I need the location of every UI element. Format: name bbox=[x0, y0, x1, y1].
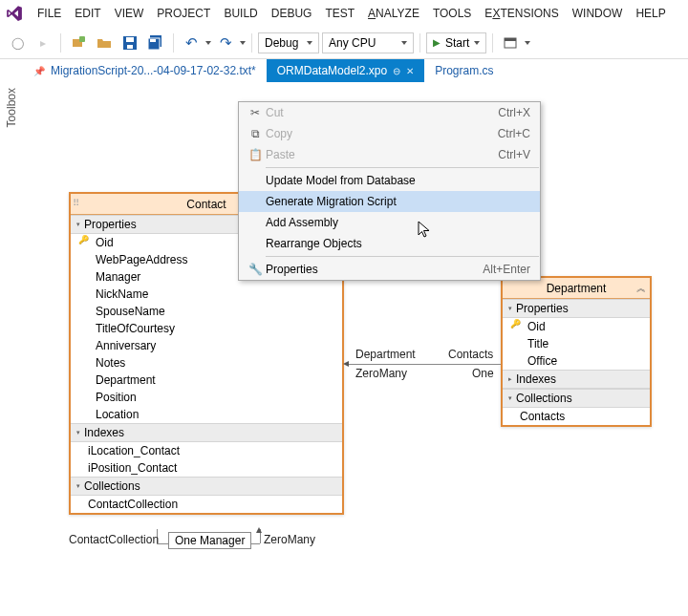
entity-header[interactable]: Department ︽ bbox=[503, 278, 650, 299]
section-properties[interactable]: ▾Properties bbox=[503, 299, 650, 318]
svg-rect-4 bbox=[127, 45, 133, 49]
menu-build[interactable]: BUILD bbox=[217, 3, 264, 24]
toolbar: ◯ ▸ ↶ ↷ Debug Any CPU ▶Start bbox=[0, 27, 688, 59]
property-item[interactable]: SpouseName bbox=[71, 303, 342, 320]
menu-analyze[interactable]: ANALYZE bbox=[361, 3, 426, 24]
arrow-icon: ◂ bbox=[343, 356, 349, 370]
collapse-icon: ▾ bbox=[76, 221, 80, 228]
close-icon[interactable]: ✕ bbox=[406, 66, 414, 76]
menu-tools[interactable]: TOOLS bbox=[426, 3, 478, 24]
property-item[interactable]: TitleOfCourtesy bbox=[71, 320, 342, 337]
menu-help[interactable]: HELP bbox=[629, 3, 672, 24]
ctx-properties[interactable]: 🔧PropertiesAlt+Enter bbox=[239, 259, 540, 280]
property-item[interactable]: Notes bbox=[71, 354, 342, 372]
chevron-up-icon[interactable]: ︽ bbox=[636, 282, 646, 295]
ctx-cut: ✂CutCtrl+X bbox=[239, 102, 540, 123]
menu-file[interactable]: FILE bbox=[31, 3, 68, 24]
menu-view[interactable]: VIEW bbox=[108, 3, 151, 24]
platform-dropdown[interactable]: Any CPU bbox=[322, 32, 414, 53]
property-item[interactable]: Department bbox=[71, 372, 342, 389]
section-collections[interactable]: ▾Collections bbox=[71, 477, 342, 496]
open-button[interactable] bbox=[93, 32, 116, 54]
drag-handle-icon[interactable]: ⠿ bbox=[73, 198, 77, 208]
separator bbox=[419, 33, 420, 53]
menu-window[interactable]: WINDOW bbox=[566, 3, 630, 24]
toolbox-panel-tab[interactable]: Toolbox bbox=[3, 84, 20, 131]
arrow-icon: ▴ bbox=[256, 522, 262, 536]
index-item[interactable]: iLocation_Contact bbox=[71, 442, 342, 459]
ctx-generate-migration[interactable]: Generate Migration Script bbox=[239, 191, 540, 212]
relation-label: Contacts bbox=[448, 348, 493, 361]
separator bbox=[492, 33, 493, 53]
index-item[interactable]: iPosition_Contact bbox=[71, 459, 342, 477]
separator bbox=[173, 33, 174, 53]
config-dropdown[interactable]: Debug bbox=[258, 32, 319, 53]
section-indexes[interactable]: ▸Indexes bbox=[503, 370, 650, 389]
entity-department[interactable]: Department ︽ ▾Properties Oid Title Offic… bbox=[501, 276, 652, 427]
menu-extensions[interactable]: EXTENSIONS bbox=[478, 3, 565, 24]
design-canvas[interactable]: ⠿ Contact ︽ ▾Properties Oid WebPageAddre… bbox=[23, 84, 688, 616]
collapse-icon: ▾ bbox=[508, 394, 512, 402]
svg-rect-7 bbox=[150, 39, 156, 42]
save-all-button[interactable] bbox=[144, 32, 167, 54]
menu-test[interactable]: TEST bbox=[318, 3, 361, 24]
new-project-button[interactable] bbox=[67, 32, 90, 54]
section-indexes[interactable]: ▾Indexes bbox=[71, 423, 342, 442]
property-item[interactable]: Anniversary bbox=[71, 337, 342, 354]
undo-dropdown[interactable] bbox=[205, 41, 211, 45]
save-button[interactable] bbox=[118, 32, 141, 54]
collection-item[interactable]: Contacts bbox=[503, 408, 650, 425]
start-button[interactable]: ▶Start bbox=[426, 32, 486, 53]
property-item[interactable]: Location bbox=[71, 406, 342, 423]
relation-multiplicity: One bbox=[472, 367, 494, 380]
property-item[interactable]: Position bbox=[71, 389, 342, 406]
tab-orm-data-model[interactable]: ORMDataModel2.xpo ⊖ ✕ bbox=[267, 59, 424, 82]
ctx-update-model[interactable]: Update Model from Database bbox=[239, 170, 540, 191]
pin-icon[interactable]: 📌 bbox=[33, 66, 45, 76]
separator bbox=[266, 256, 539, 257]
svg-rect-3 bbox=[126, 37, 134, 42]
ctx-copy: ⧉CopyCtrl+C bbox=[239, 123, 540, 144]
collection-item[interactable]: ContactCollection bbox=[71, 496, 342, 513]
browser-dropdown[interactable] bbox=[525, 41, 530, 45]
cut-icon: ✂ bbox=[245, 106, 266, 119]
tab-program-cs[interactable]: Program.cs bbox=[424, 59, 504, 82]
property-item[interactable]: Office bbox=[503, 352, 650, 370]
ctx-add-assembly[interactable]: Add Assembly bbox=[239, 212, 540, 233]
collapse-icon: ▾ bbox=[508, 305, 512, 312]
ctx-rearrange[interactable]: Rearrange Objects bbox=[239, 233, 540, 254]
separator bbox=[266, 167, 539, 168]
pin-icon[interactable]: ⊖ bbox=[393, 66, 400, 76]
menu-project[interactable]: PROJECT bbox=[150, 3, 217, 24]
context-menu: ✂CutCtrl+X ⧉CopyCtrl+C 📋PasteCtrl+V Upda… bbox=[238, 101, 541, 281]
tab-migration-script[interactable]: 📌 MigrationScript-20...-04-09-17-02-32.t… bbox=[23, 59, 267, 82]
nav-fwd-button[interactable]: ▸ bbox=[32, 32, 54, 54]
menu-edit[interactable]: EDIT bbox=[68, 3, 107, 24]
property-item[interactable]: NickName bbox=[71, 286, 342, 303]
redo-button[interactable]: ↷ bbox=[214, 32, 237, 54]
nav-back-button[interactable]: ◯ bbox=[6, 32, 29, 54]
menu-bar: FILE EDIT VIEW PROJECT BUILD DEBUG TEST … bbox=[0, 0, 688, 27]
paste-icon: 📋 bbox=[245, 148, 266, 161]
browser-select-button[interactable] bbox=[499, 32, 522, 54]
relationship-line bbox=[346, 364, 501, 365]
collapse-icon: ▾ bbox=[76, 429, 80, 436]
entity-title: Department bbox=[547, 282, 607, 295]
redo-dropdown[interactable] bbox=[240, 41, 246, 45]
menu-debug[interactable]: DEBUG bbox=[265, 3, 319, 24]
undo-button[interactable]: ↶ bbox=[180, 32, 203, 54]
section-collections[interactable]: ▾Collections bbox=[503, 389, 650, 408]
vs-logo-icon bbox=[6, 5, 23, 22]
svg-rect-9 bbox=[505, 38, 516, 41]
property-oid[interactable]: Oid bbox=[503, 318, 650, 335]
expand-icon: ▸ bbox=[508, 375, 512, 383]
separator bbox=[60, 33, 61, 53]
entity-title: Contact bbox=[186, 198, 226, 211]
svg-rect-1 bbox=[79, 36, 85, 42]
property-item[interactable]: Title bbox=[503, 335, 650, 352]
relation-multiplicity: ZeroMany bbox=[264, 533, 315, 546]
separator bbox=[251, 33, 252, 53]
ctx-paste: 📋PasteCtrl+V bbox=[239, 144, 540, 165]
relation-multiplicity: One Manager bbox=[168, 532, 251, 549]
relation-label: Department bbox=[355, 348, 416, 361]
